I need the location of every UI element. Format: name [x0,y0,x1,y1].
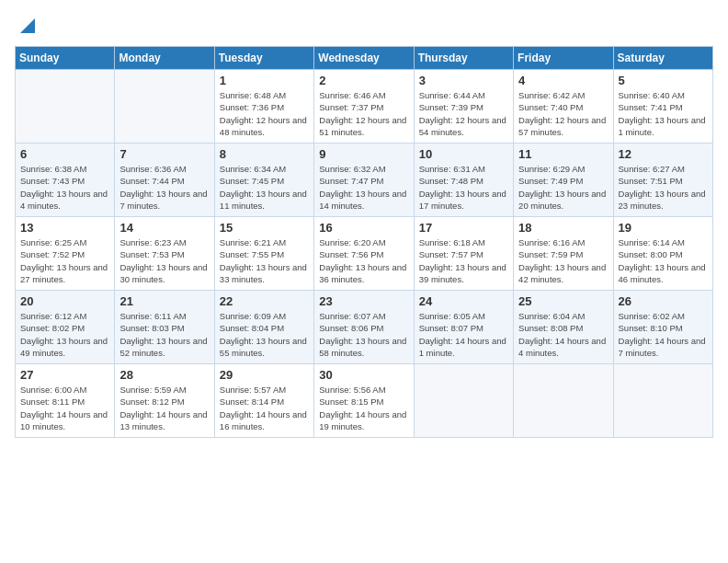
day-header-thursday: Thursday [414,47,513,70]
day-info: Sunrise: 6:31 AM Sunset: 7:48 PM Dayligh… [419,163,508,212]
calendar-cell: 29Sunrise: 5:57 AM Sunset: 8:14 PM Dayli… [214,364,313,438]
calendar-cell [414,364,513,438]
day-info: Sunrise: 6:14 AM Sunset: 8:00 PM Dayligh… [619,236,708,285]
day-number: 10 [419,147,508,161]
calendar-week-4: 20Sunrise: 6:12 AM Sunset: 8:02 PM Dayli… [16,291,713,364]
logo-icon [17,15,39,37]
calendar-cell: 17Sunrise: 6:18 AM Sunset: 7:57 PM Dayli… [414,217,513,291]
day-number: 27 [20,368,109,382]
calendar-cell: 3Sunrise: 6:44 AM Sunset: 7:39 PM Daylig… [414,70,513,144]
day-info: Sunrise: 6:38 AM Sunset: 7:43 PM Dayligh… [20,163,109,212]
day-number: 30 [319,368,408,382]
day-header-monday: Monday [115,47,214,70]
day-number: 3 [419,74,508,87]
calendar-cell: 30Sunrise: 5:56 AM Sunset: 8:15 PM Dayli… [314,364,414,438]
calendar-cell: 10Sunrise: 6:31 AM Sunset: 7:48 PM Dayli… [414,144,513,217]
day-number: 19 [619,221,708,235]
day-number: 26 [619,294,708,308]
day-number: 15 [220,221,309,235]
day-number: 22 [220,294,309,308]
day-number: 23 [319,294,408,308]
calendar-cell: 27Sunrise: 6:00 AM Sunset: 8:11 PM Dayli… [16,364,115,438]
calendar-cell [115,70,214,144]
day-info: Sunrise: 6:05 AM Sunset: 8:07 PM Dayligh… [419,310,508,359]
day-info: Sunrise: 5:57 AM Sunset: 8:14 PM Dayligh… [220,384,309,432]
day-info: Sunrise: 6:18 AM Sunset: 7:57 PM Dayligh… [419,236,508,285]
day-info: Sunrise: 6:48 AM Sunset: 7:36 PM Dayligh… [220,89,309,138]
day-number: 25 [518,294,608,308]
day-info: Sunrise: 6:44 AM Sunset: 7:39 PM Dayligh… [419,89,508,138]
logo [15,15,39,37]
calendar-cell: 15Sunrise: 6:21 AM Sunset: 7:55 PM Dayli… [214,217,313,291]
calendar-cell: 11Sunrise: 6:29 AM Sunset: 7:49 PM Dayli… [514,144,613,217]
day-number: 5 [619,74,708,87]
calendar-cell: 25Sunrise: 6:04 AM Sunset: 8:08 PM Dayli… [514,291,613,364]
day-number: 6 [20,147,109,161]
day-header-sunday: Sunday [16,47,115,70]
day-header-saturday: Saturday [613,47,712,70]
day-info: Sunrise: 6:11 AM Sunset: 8:03 PM Dayligh… [119,310,209,359]
day-number: 24 [419,294,508,308]
day-info: Sunrise: 6:04 AM Sunset: 8:08 PM Dayligh… [518,310,608,359]
calendar-cell: 6Sunrise: 6:38 AM Sunset: 7:43 PM Daylig… [16,144,115,217]
calendar-cell [613,364,712,438]
calendar-week-3: 13Sunrise: 6:25 AM Sunset: 7:52 PM Dayli… [16,217,713,291]
day-number: 8 [220,147,309,161]
day-info: Sunrise: 6:12 AM Sunset: 8:02 PM Dayligh… [20,310,109,359]
calendar-cell: 16Sunrise: 6:20 AM Sunset: 7:56 PM Dayli… [314,217,414,291]
day-number: 9 [319,147,408,161]
day-info: Sunrise: 6:21 AM Sunset: 7:55 PM Dayligh… [220,236,309,285]
day-number: 17 [419,221,508,235]
day-info: Sunrise: 6:27 AM Sunset: 7:51 PM Dayligh… [619,163,708,212]
day-info: Sunrise: 5:59 AM Sunset: 8:12 PM Dayligh… [119,384,209,432]
day-info: Sunrise: 6:02 AM Sunset: 8:10 PM Dayligh… [619,310,708,359]
day-info: Sunrise: 6:46 AM Sunset: 7:37 PM Dayligh… [319,89,408,138]
calendar-cell [16,70,115,144]
calendar-cell: 18Sunrise: 6:16 AM Sunset: 7:59 PM Dayli… [514,217,613,291]
calendar-cell [514,364,613,438]
day-number: 20 [20,294,109,308]
day-number: 29 [220,368,309,382]
calendar-week-2: 6Sunrise: 6:38 AM Sunset: 7:43 PM Daylig… [16,144,713,217]
day-info: Sunrise: 6:42 AM Sunset: 7:40 PM Dayligh… [518,89,608,138]
day-info: Sunrise: 6:16 AM Sunset: 7:59 PM Dayligh… [518,236,608,285]
day-number: 13 [20,221,109,235]
calendar-cell: 4Sunrise: 6:42 AM Sunset: 7:40 PM Daylig… [514,70,613,144]
svg-marker-0 [20,18,35,33]
calendar-cell: 20Sunrise: 6:12 AM Sunset: 8:02 PM Dayli… [16,291,115,364]
day-info: Sunrise: 6:23 AM Sunset: 7:53 PM Dayligh… [119,236,209,285]
day-info: Sunrise: 6:36 AM Sunset: 7:44 PM Dayligh… [119,163,209,212]
calendar-cell: 2Sunrise: 6:46 AM Sunset: 7:37 PM Daylig… [314,70,414,144]
day-info: Sunrise: 6:25 AM Sunset: 7:52 PM Dayligh… [20,236,109,285]
calendar-cell: 21Sunrise: 6:11 AM Sunset: 8:03 PM Dayli… [115,291,214,364]
calendar-table: SundayMondayTuesdayWednesdayThursdayFrid… [15,46,713,438]
calendar-cell: 13Sunrise: 6:25 AM Sunset: 7:52 PM Dayli… [16,217,115,291]
day-number: 11 [518,147,608,161]
calendar-cell: 19Sunrise: 6:14 AM Sunset: 8:00 PM Dayli… [613,217,712,291]
day-number: 4 [518,74,608,87]
day-info: Sunrise: 6:32 AM Sunset: 7:47 PM Dayligh… [319,163,408,212]
day-info: Sunrise: 6:34 AM Sunset: 7:45 PM Dayligh… [220,163,309,212]
day-number: 2 [319,74,408,87]
day-info: Sunrise: 6:20 AM Sunset: 7:56 PM Dayligh… [319,236,408,285]
calendar-cell: 12Sunrise: 6:27 AM Sunset: 7:51 PM Dayli… [613,144,712,217]
day-header-tuesday: Tuesday [214,47,313,70]
day-number: 7 [119,147,209,161]
day-number: 21 [119,294,209,308]
calendar-cell: 5Sunrise: 6:40 AM Sunset: 7:41 PM Daylig… [613,70,712,144]
calendar-week-5: 27Sunrise: 6:00 AM Sunset: 8:11 PM Dayli… [16,364,713,438]
day-info: Sunrise: 6:09 AM Sunset: 8:04 PM Dayligh… [220,310,309,359]
calendar-cell: 9Sunrise: 6:32 AM Sunset: 7:47 PM Daylig… [314,144,414,217]
calendar-cell: 24Sunrise: 6:05 AM Sunset: 8:07 PM Dayli… [414,291,513,364]
calendar-cell: 7Sunrise: 6:36 AM Sunset: 7:44 PM Daylig… [115,144,214,217]
day-number: 12 [619,147,708,161]
day-info: Sunrise: 6:40 AM Sunset: 7:41 PM Dayligh… [619,89,708,138]
calendar-cell: 8Sunrise: 6:34 AM Sunset: 7:45 PM Daylig… [214,144,313,217]
page-header [15,15,713,37]
day-number: 16 [319,221,408,235]
day-info: Sunrise: 6:07 AM Sunset: 8:06 PM Dayligh… [319,310,408,359]
day-header-friday: Friday [514,47,613,70]
calendar-cell: 26Sunrise: 6:02 AM Sunset: 8:10 PM Dayli… [613,291,712,364]
calendar-cell: 22Sunrise: 6:09 AM Sunset: 8:04 PM Dayli… [214,291,313,364]
day-number: 18 [518,221,608,235]
